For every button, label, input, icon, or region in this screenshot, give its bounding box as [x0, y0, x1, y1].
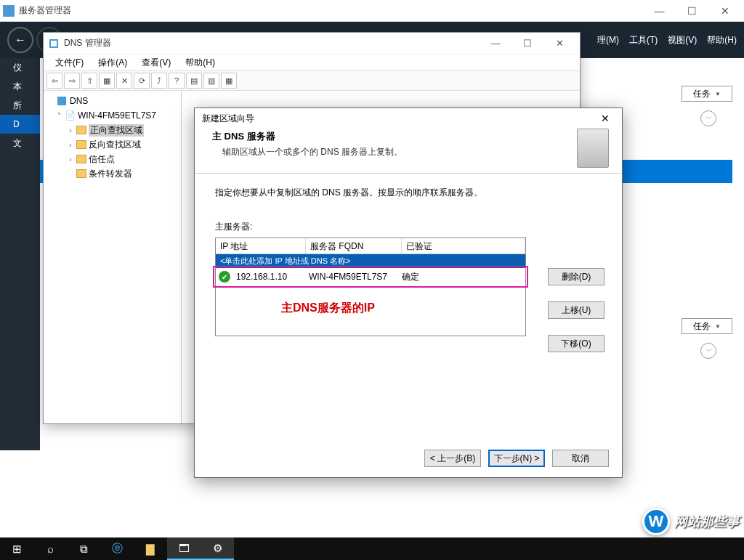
wizard-subheading: 辅助区域从一个或多个的 DNS 服务器上复制。	[212, 146, 604, 158]
dns-close-button[interactable]: ✕	[543, 34, 575, 53]
start-button[interactable]: ⊞	[0, 537, 33, 560]
wizard-instruction: 指定你想要从中复制区域的 DNS 服务器。按显示的顺序联系服务器。	[215, 187, 602, 199]
watermark: W 网站那些事	[642, 508, 740, 535]
dns-menubar: 文件(F) 操作(A) 查看(V) 帮助(H)	[44, 54, 580, 70]
wizard-title: 新建区域向导	[202, 113, 596, 125]
menu-view[interactable]: 视图(V)	[668, 34, 697, 46]
server-manager-icon	[3, 5, 15, 17]
folder-icon	[76, 140, 86, 149]
sidebar-item-dashboard[interactable]: 仪	[0, 58, 40, 77]
menu-manage[interactable]: 理(M)	[597, 34, 619, 46]
toolbar-delete-icon[interactable]: ✕	[116, 73, 132, 89]
watermark-logo: W	[642, 508, 670, 535]
menu-help[interactable]: 帮助(H)	[179, 55, 221, 70]
maximize-button[interactable]: ☐	[676, 1, 708, 21]
back-button[interactable]: < 上一步(B)	[424, 450, 481, 467]
server-manager-sidebar: 仪 本 所 D 文	[0, 58, 40, 450]
sidebar-item-file[interactable]: 文	[0, 134, 40, 153]
col-fqdn[interactable]: 服务器 FQDN	[306, 238, 402, 253]
masters-label: 主服务器:	[215, 221, 602, 233]
toolbar-export-icon[interactable]: ⤴	[151, 73, 167, 89]
server-illustration-icon	[577, 129, 609, 168]
wizard-side-buttons: 删除(D) 上移(U) 下移(O)	[548, 268, 604, 352]
move-up-button[interactable]: 上移(U)	[548, 301, 604, 319]
taskbar[interactable]: ⊞ ⌕ ⧉ ⓔ ▇ 🗔 ⚙	[0, 537, 744, 560]
col-ip[interactable]: IP 地址	[216, 238, 306, 253]
menu-view[interactable]: 查看(V)	[136, 55, 177, 70]
server-manager-menus: 理(M) 工具(T) 视图(V) 帮助(H)	[597, 22, 737, 58]
masters-table[interactable]: IP 地址 服务器 FQDN 已验证 <单击此处添加 IP 地址或 DNS 名称…	[215, 238, 526, 336]
toolbar-up-icon[interactable]: ⇧	[81, 73, 97, 89]
tree-trust-points[interactable]: ›信任点	[46, 152, 178, 166]
annotation-text: 主DNS服务器的IP	[281, 301, 375, 316]
masters-table-header: IP 地址 服务器 FQDN 已验证	[216, 238, 525, 254]
next-button[interactable]: 下一步(N) >	[488, 450, 545, 467]
col-validated[interactable]: 已验证	[402, 238, 525, 253]
folder-icon	[76, 155, 86, 163]
tree-forward-zones[interactable]: ›正向查找区域	[46, 123, 178, 137]
menu-tools[interactable]: 工具(T)	[629, 34, 658, 46]
menu-file[interactable]: 文件(F)	[49, 55, 89, 70]
folder-icon	[76, 126, 86, 134]
dns-toolbar: ⇦ ⇨ ⇧ ▦ ✕ ⟳ ⤴ ? ▤ ▥ ▦	[44, 70, 580, 91]
delete-button[interactable]: 删除(D)	[548, 268, 604, 285]
wizard-footer: < 上一步(B) 下一步(N) > 取消	[424, 450, 609, 467]
dns-tree[interactable]: DNS ˅📄WIN-4FM59ETL7S7 ›正向查找区域 ›反向查找区域 ›信…	[44, 91, 182, 423]
dns-minimize-button[interactable]: —	[480, 34, 512, 53]
wizard-header: 主 DNS 服务器 辅助区域从一个或多个的 DNS 服务器上复制。	[195, 129, 622, 174]
tree-conditional-forwarders[interactable]: 条件转发器	[46, 166, 178, 181]
tasks-dropdown-2[interactable]: 任务	[682, 318, 732, 334]
move-down-button[interactable]: 下移(O)	[548, 335, 604, 352]
sidebar-item-local[interactable]: 本	[0, 77, 40, 96]
toolbar-btn-1[interactable]: ▤	[186, 73, 202, 89]
taskbar-dns-icon[interactable]: ⚙	[201, 537, 234, 560]
svg-rect-2	[57, 97, 66, 105]
cancel-button[interactable]: 取消	[552, 450, 609, 467]
menu-action[interactable]: 操作(A)	[92, 55, 133, 70]
tree-reverse-zones[interactable]: ›反向查找区域	[46, 137, 178, 152]
tasks-dropdown-1[interactable]: 任务	[682, 86, 732, 102]
menu-help[interactable]: 帮助(H)	[707, 34, 737, 46]
dns-maximize-button[interactable]: ☐	[512, 34, 543, 53]
wizard-close-button[interactable]: ✕	[596, 113, 615, 124]
dns-icon	[48, 38, 60, 49]
toolbar-back-icon[interactable]: ⇦	[46, 73, 62, 89]
tree-server[interactable]: ˅📄WIN-4FM59ETL7S7	[46, 108, 178, 123]
wizard-heading: 主 DNS 服务器	[212, 130, 604, 143]
server-manager-titlebar: 服务器管理器 — ☐ ✕	[0, 0, 744, 22]
toolbar-btn-2[interactable]: ▥	[203, 73, 219, 89]
svg-rect-1	[51, 41, 57, 46]
dns-manager-title: DNS 管理器	[64, 37, 480, 49]
collapse-button-1[interactable]: ﹀	[700, 110, 716, 126]
toolbar-help-icon[interactable]: ?	[169, 73, 185, 89]
folder-icon	[76, 169, 86, 178]
toolbar-show-icon[interactable]: ▦	[99, 73, 115, 89]
taskbar-explorer-icon[interactable]: ▇	[134, 537, 167, 560]
search-button[interactable]: ⌕	[33, 537, 67, 560]
sidebar-item-all[interactable]: 所	[0, 96, 40, 115]
annotation-highlight	[213, 266, 528, 288]
new-zone-wizard: 新建区域向导 ✕ 主 DNS 服务器 辅助区域从一个或多个的 DNS 服务器上复…	[194, 107, 623, 478]
toolbar-refresh-icon[interactable]: ⟳	[134, 73, 150, 89]
task-view-button[interactable]: ⧉	[67, 537, 100, 560]
nav-back-button[interactable]: ←	[7, 27, 33, 53]
dns-manager-titlebar: DNS 管理器 — ☐ ✕	[44, 33, 580, 54]
toolbar-btn-3[interactable]: ▦	[221, 73, 237, 89]
collapse-button-2[interactable]: ﹀	[700, 343, 716, 359]
watermark-text: 网站那些事	[674, 513, 740, 530]
close-button[interactable]: ✕	[708, 1, 741, 21]
minimize-button[interactable]: —	[643, 1, 676, 21]
toolbar-forward-icon[interactable]: ⇨	[64, 73, 80, 89]
server-manager-title: 服务器管理器	[19, 4, 643, 17]
taskbar-ie-icon[interactable]: ⓔ	[100, 537, 134, 560]
taskbar-server-manager-icon[interactable]: 🗔	[167, 537, 201, 560]
wizard-titlebar: 新建区域向导 ✕	[195, 108, 622, 129]
tree-root[interactable]: DNS	[46, 94, 178, 108]
sidebar-item-dns[interactable]: D	[0, 115, 40, 134]
